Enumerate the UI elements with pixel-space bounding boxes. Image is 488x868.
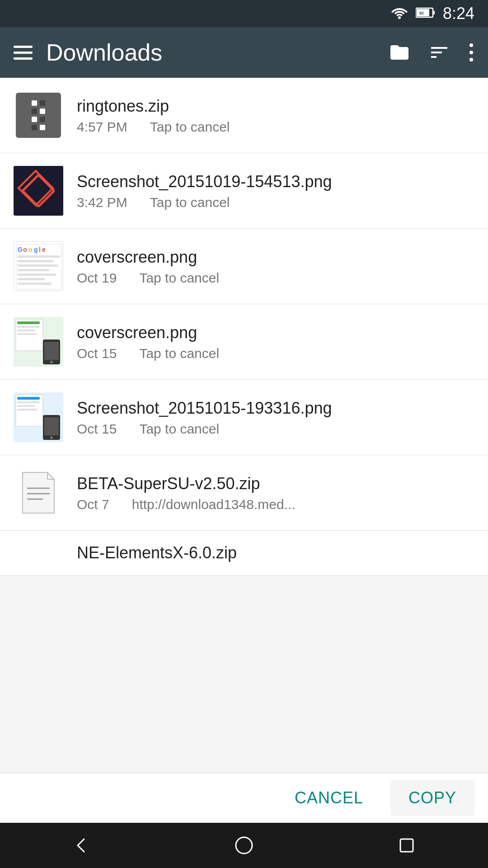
file-info: Screenshot_20151019-154513.png 3:42 PM T… (77, 171, 474, 211)
svg-rect-35 (44, 342, 59, 360)
file-thumbnail: G o o g l e (14, 241, 63, 291)
svg-rect-44 (44, 417, 59, 435)
file-list: ringtones.zip 4:57 PM Tap to cancel Scre… (0, 78, 488, 576)
svg-rect-30 (17, 321, 40, 324)
zip-icon (16, 93, 61, 138)
file-meta: 4:57 PM Tap to cancel (77, 119, 474, 135)
partial-file-name: NE-ElementsX-6.0.zip (77, 543, 237, 562)
coverscreen2-thumb (14, 317, 63, 367)
svg-text:o: o (28, 246, 33, 253)
screenshot-thumb (14, 166, 63, 216)
file-name: Screenshot_20151015-193316.png (77, 398, 474, 419)
svg-rect-22 (18, 260, 54, 262)
app-bar: Downloads (0, 27, 488, 78)
file-time: Oct 15 (77, 346, 117, 361)
back-button[interactable] (70, 835, 92, 856)
svg-rect-32 (17, 330, 35, 331)
list-item[interactable]: BETA-SuperSU-v2.50.zip Oct 7 http://down… (0, 455, 488, 531)
file-name: Screenshot_20151019-154513.png (77, 171, 474, 193)
file-thumbnail (14, 166, 63, 216)
svg-text:o: o (23, 246, 27, 253)
file-thumbnail (14, 90, 63, 140)
file-name: ringtones.zip (77, 96, 474, 117)
sort-button[interactable] (428, 42, 450, 63)
file-time: Oct 15 (77, 421, 117, 437)
svg-text:l: l (39, 246, 41, 253)
partial-file-item[interactable]: NE-ElementsX-6.0.zip (0, 531, 488, 576)
file-action: http://download1348.med... (132, 497, 296, 512)
svg-point-6 (469, 51, 473, 54)
status-time: 8:24 (443, 4, 474, 23)
svg-rect-33 (17, 333, 38, 335)
svg-rect-21 (18, 255, 60, 258)
svg-rect-41 (17, 405, 35, 407)
svg-point-7 (469, 58, 473, 61)
file-info: Screenshot_20151015-193316.png Oct 15 Ta… (77, 398, 474, 437)
file-meta: 3:42 PM Tap to cancel (77, 195, 474, 210)
battery-icon: 82 (416, 7, 435, 20)
doc-icon (18, 470, 59, 515)
svg-rect-40 (17, 401, 40, 403)
file-meta: Oct 19 Tap to cancel (77, 270, 474, 286)
action-bar: CANCEL COPY (0, 773, 488, 823)
list-item[interactable]: Screenshot_20151019-154513.png 3:42 PM T… (0, 153, 488, 229)
svg-text:g: g (34, 246, 38, 253)
svg-rect-42 (17, 409, 38, 410)
file-name: BETA-SuperSU-v2.50.zip (77, 473, 474, 495)
file-meta: Oct 15 Tap to cancel (77, 421, 474, 437)
svg-text:e: e (42, 246, 46, 253)
file-thumbnail (14, 317, 63, 367)
menu-button[interactable] (14, 46, 33, 60)
file-time: 3:42 PM (77, 195, 127, 210)
nav-bar (0, 823, 488, 868)
svg-rect-26 (18, 278, 45, 280)
svg-text:G: G (18, 246, 23, 253)
svg-rect-50 (400, 839, 413, 852)
list-item[interactable]: Screenshot_20151015-193316.png Oct 15 Ta… (0, 380, 488, 455)
svg-rect-27 (18, 283, 52, 285)
svg-text:82: 82 (419, 11, 424, 15)
file-action: Tap to cancel (150, 119, 230, 135)
file-meta: Oct 15 Tap to cancel (77, 346, 474, 361)
svg-point-36 (50, 361, 53, 363)
svg-rect-31 (17, 326, 40, 328)
folder-button[interactable] (389, 42, 410, 63)
svg-point-5 (469, 43, 473, 47)
svg-rect-2 (433, 11, 435, 14)
svg-point-49 (236, 837, 252, 854)
recent-button[interactable] (396, 835, 418, 856)
copy-button[interactable]: COPY (390, 780, 474, 816)
svg-rect-23 (18, 264, 58, 267)
screenshot2-thumb (14, 392, 63, 442)
list-item[interactable]: ringtones.zip 4:57 PM Tap to cancel (0, 78, 488, 153)
svg-rect-8 (14, 166, 63, 216)
file-action: Tap to cancel (150, 195, 230, 210)
file-time: 4:57 PM (77, 119, 127, 135)
file-info: BETA-SuperSU-v2.50.zip Oct 7 http://down… (77, 473, 474, 513)
file-info: ringtones.zip 4:57 PM Tap to cancel (77, 96, 474, 135)
toolbar-icons (389, 42, 474, 63)
status-bar: 82 8:24 (0, 0, 488, 27)
page-title: Downloads (46, 39, 375, 66)
svg-point-0 (398, 16, 401, 19)
list-item[interactable]: G o o g l e coverscreen.png (0, 229, 488, 304)
file-name: coverscreen.png (77, 322, 474, 344)
list-item[interactable]: coverscreen.png Oct 15 Tap to cancel (0, 304, 488, 380)
file-thumbnail (14, 468, 63, 518)
cancel-button[interactable]: CANCEL (277, 780, 381, 816)
file-info: coverscreen.png Oct 15 Tap to cancel (77, 322, 474, 362)
file-thumbnail (14, 392, 63, 442)
svg-rect-24 (18, 269, 49, 271)
svg-rect-39 (17, 397, 40, 400)
file-action: Tap to cancel (139, 270, 219, 286)
svg-rect-25 (18, 274, 56, 276)
more-button[interactable] (468, 42, 474, 63)
wifi-icon (391, 6, 408, 21)
status-icons: 82 8:24 (391, 4, 474, 23)
file-action: Tap to cancel (139, 421, 219, 437)
file-action: Tap to cancel (139, 346, 219, 361)
home-button[interactable] (233, 835, 255, 856)
file-time: Oct 19 (77, 270, 117, 286)
file-time: Oct 7 (77, 497, 109, 512)
coverscreen-thumb: G o o g l e (14, 241, 63, 291)
